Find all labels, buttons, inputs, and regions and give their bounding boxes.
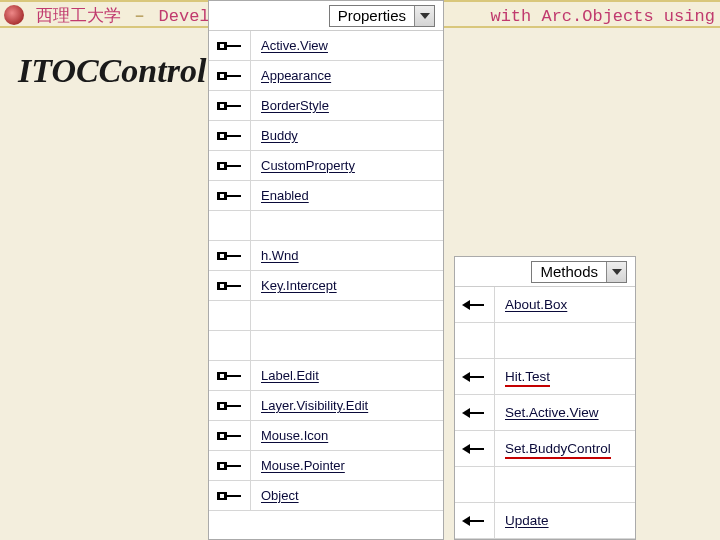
property-label: Key.Intercept bbox=[251, 278, 443, 293]
property-icon-cell bbox=[209, 241, 251, 270]
property-icon bbox=[217, 69, 243, 83]
method-label: About.Box bbox=[495, 297, 635, 312]
course-title-right: with Arc.Objects using C#. NET bbox=[490, 7, 720, 26]
property-icon bbox=[217, 189, 243, 203]
method-label: Set.Active.View bbox=[495, 405, 635, 420]
property-label: BorderStyle bbox=[251, 98, 443, 113]
method-icon bbox=[462, 514, 488, 528]
property-row[interactable]: h.Wnd bbox=[209, 241, 443, 271]
property-icon-cell bbox=[209, 421, 251, 450]
property-row[interactable]: Active.View bbox=[209, 31, 443, 61]
property-label: Appearance bbox=[251, 68, 443, 83]
university-name: 西理工大学 bbox=[36, 7, 121, 26]
properties-panel: Properties Active.ViewAppearanceBorderSt… bbox=[208, 0, 444, 540]
property-row[interactable]: BorderStyle bbox=[209, 91, 443, 121]
method-icon-cell bbox=[455, 431, 495, 466]
property-icon bbox=[217, 429, 243, 443]
property-icon-cell bbox=[209, 151, 251, 180]
property-label: Active.View bbox=[251, 38, 443, 53]
property-icon-cell bbox=[209, 391, 251, 420]
method-icon bbox=[462, 442, 488, 456]
method-icon bbox=[462, 370, 488, 384]
property-icon-cell bbox=[209, 181, 251, 210]
method-icon-cell bbox=[455, 287, 495, 322]
property-row[interactable]: Key.Intercept bbox=[209, 271, 443, 301]
property-row[interactable]: Mouse.Icon bbox=[209, 421, 443, 451]
method-label: Set.BuddyControl bbox=[495, 441, 635, 456]
method-icon bbox=[462, 406, 488, 420]
property-icon-cell bbox=[209, 31, 251, 60]
page-title: ITOCControl bbox=[18, 52, 206, 90]
method-row[interactable]: Set.Active.View bbox=[455, 395, 635, 431]
property-row bbox=[209, 301, 443, 331]
property-icon-cell bbox=[209, 121, 251, 150]
property-icon-cell bbox=[209, 301, 251, 330]
method-row bbox=[455, 467, 635, 503]
property-row[interactable]: Buddy bbox=[209, 121, 443, 151]
property-label: Enabled bbox=[251, 188, 443, 203]
method-icon-cell bbox=[455, 467, 495, 502]
property-icon-cell bbox=[209, 481, 251, 510]
property-icon bbox=[217, 489, 243, 503]
property-row[interactable]: Mouse.Pointer bbox=[209, 451, 443, 481]
chevron-down-icon bbox=[414, 6, 434, 26]
property-label: Layer.Visibility.Edit bbox=[251, 398, 443, 413]
method-row[interactable]: About.Box bbox=[455, 287, 635, 323]
property-icon bbox=[217, 129, 243, 143]
property-icon bbox=[217, 279, 243, 293]
property-icon-cell bbox=[209, 61, 251, 90]
method-icon-cell bbox=[455, 395, 495, 430]
property-icon bbox=[217, 99, 243, 113]
properties-combo[interactable]: Properties bbox=[329, 5, 435, 27]
property-row[interactable]: Layer.Visibility.Edit bbox=[209, 391, 443, 421]
university-logo bbox=[4, 5, 24, 25]
property-label: Object bbox=[251, 488, 443, 503]
method-row[interactable]: Set.BuddyControl bbox=[455, 431, 635, 467]
methods-combo-label: Methods bbox=[532, 263, 606, 280]
property-label: h.Wnd bbox=[251, 248, 443, 263]
property-icon-cell bbox=[209, 271, 251, 300]
property-icon-cell bbox=[209, 211, 251, 240]
property-row bbox=[209, 331, 443, 361]
property-row[interactable]: Appearance bbox=[209, 61, 443, 91]
methods-panel: Methods About.BoxHit.TestSet.Active.View… bbox=[454, 256, 636, 540]
property-label: Mouse.Icon bbox=[251, 428, 443, 443]
methods-panel-head: Methods bbox=[455, 257, 635, 287]
properties-combo-label: Properties bbox=[330, 7, 414, 24]
property-icon bbox=[217, 39, 243, 53]
property-row[interactable]: Enabled bbox=[209, 181, 443, 211]
property-label: Mouse.Pointer bbox=[251, 458, 443, 473]
method-icon-cell bbox=[455, 503, 495, 538]
property-label: CustomProperty bbox=[251, 158, 443, 173]
property-icon bbox=[217, 369, 243, 383]
method-icon-cell bbox=[455, 359, 495, 394]
property-icon bbox=[217, 159, 243, 173]
properties-panel-head: Properties bbox=[209, 1, 443, 31]
property-icon bbox=[217, 459, 243, 473]
property-icon bbox=[217, 399, 243, 413]
property-row bbox=[209, 211, 443, 241]
method-row[interactable]: Hit.Test bbox=[455, 359, 635, 395]
chevron-down-icon bbox=[606, 262, 626, 282]
property-icon-cell bbox=[209, 331, 251, 360]
dash: － bbox=[131, 7, 148, 26]
method-label: Update bbox=[495, 513, 635, 528]
methods-combo[interactable]: Methods bbox=[531, 261, 627, 283]
method-icon-cell bbox=[455, 323, 495, 358]
method-label: Hit.Test bbox=[495, 369, 635, 384]
property-icon-cell bbox=[209, 451, 251, 480]
method-row bbox=[455, 323, 635, 359]
property-row[interactable]: Object bbox=[209, 481, 443, 511]
property-icon-cell bbox=[209, 361, 251, 390]
property-row[interactable]: CustomProperty bbox=[209, 151, 443, 181]
property-label: Buddy bbox=[251, 128, 443, 143]
property-row[interactable]: Label.Edit bbox=[209, 361, 443, 391]
method-row[interactable]: Update bbox=[455, 503, 635, 539]
method-icon bbox=[462, 298, 488, 312]
property-icon bbox=[217, 249, 243, 263]
property-label: Label.Edit bbox=[251, 368, 443, 383]
property-icon-cell bbox=[209, 91, 251, 120]
